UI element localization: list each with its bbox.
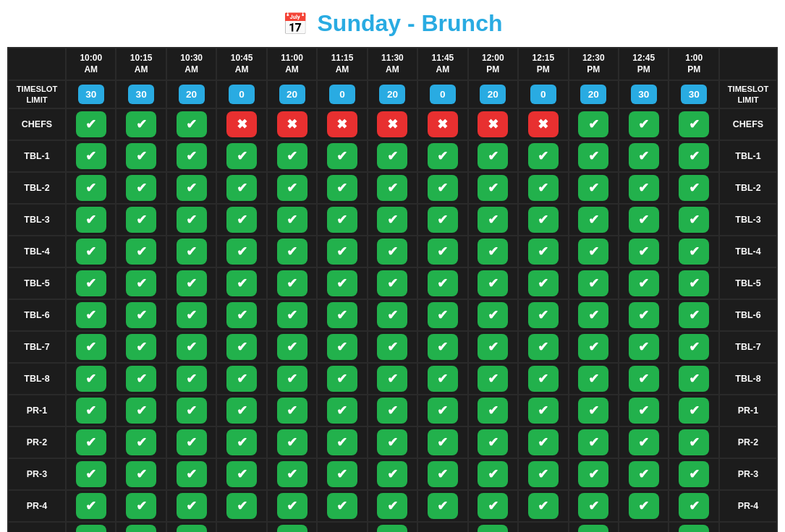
cell-8-12[interactable] (669, 363, 719, 395)
cell-btn-6-7[interactable] (428, 302, 458, 328)
cell-8-2[interactable] (166, 363, 216, 395)
cell-13-11[interactable] (619, 522, 669, 532)
cell-6-10[interactable] (569, 299, 619, 331)
cell-btn-1-9[interactable] (528, 143, 559, 169)
cell-btn-10-0[interactable] (76, 429, 106, 455)
cell-btn-1-1[interactable] (126, 143, 156, 169)
cell-3-12[interactable] (669, 204, 719, 236)
cell-4-0[interactable] (66, 236, 116, 267)
cell-btn-12-6[interactable] (377, 493, 407, 519)
cell-5-9[interactable] (518, 267, 568, 299)
cell-btn-4-1[interactable] (126, 239, 156, 265)
cell-10-3[interactable] (216, 426, 266, 458)
cell-btn-4-0[interactable] (76, 239, 106, 265)
cell-btn-13-0[interactable] (76, 525, 106, 532)
cell-0-5[interactable] (317, 108, 367, 140)
cell-btn-12-0[interactable] (76, 493, 106, 519)
cell-0-10[interactable] (569, 108, 619, 140)
cell-btn-8-6[interactable] (377, 366, 407, 392)
cell-9-0[interactable] (66, 395, 116, 426)
cell-0-6[interactable] (368, 108, 417, 140)
cell-btn-8-11[interactable] (629, 366, 659, 392)
cell-1-0[interactable] (66, 140, 116, 172)
cell-4-7[interactable] (417, 236, 467, 267)
cell-13-2[interactable] (166, 522, 216, 532)
cell-0-0[interactable] (66, 108, 116, 140)
cell-btn-3-2[interactable] (177, 207, 207, 233)
cell-btn-2-0[interactable] (76, 175, 106, 201)
cell-9-10[interactable] (569, 395, 619, 426)
cell-btn-10-11[interactable] (629, 429, 659, 455)
cell-11-4[interactable] (267, 458, 317, 490)
cell-13-1[interactable] (116, 522, 166, 532)
cell-btn-5-9[interactable] (528, 270, 559, 296)
cell-btn-3-8[interactable] (478, 207, 508, 233)
cell-7-1[interactable] (116, 331, 166, 363)
cell-11-2[interactable] (166, 458, 216, 490)
cell-btn-0-1[interactable] (126, 111, 156, 137)
cell-10-5[interactable] (317, 426, 367, 458)
cell-10-6[interactable] (368, 426, 417, 458)
cell-btn-11-4[interactable] (277, 461, 307, 487)
cell-btn-5-3[interactable] (226, 270, 257, 296)
cell-6-3[interactable] (216, 299, 266, 331)
cell-btn-3-11[interactable] (629, 207, 659, 233)
cell-8-8[interactable] (468, 363, 518, 395)
cell-btn-3-1[interactable] (126, 207, 156, 233)
cell-3-1[interactable] (116, 204, 166, 236)
cell-btn-8-9[interactable] (528, 366, 559, 392)
cell-11-9[interactable] (518, 458, 568, 490)
cell-btn-13-1[interactable] (126, 525, 156, 532)
cell-3-3[interactable] (216, 204, 266, 236)
cell-btn-6-3[interactable] (226, 302, 257, 328)
cell-btn-1-0[interactable] (76, 143, 106, 169)
timeslot-limit-5[interactable]: 0 (317, 80, 367, 108)
cell-btn-3-3[interactable] (226, 207, 257, 233)
cell-btn-1-11[interactable] (629, 143, 659, 169)
cell-btn-3-10[interactable] (578, 207, 608, 233)
cell-11-8[interactable] (468, 458, 518, 490)
cell-12-12[interactable] (669, 490, 719, 522)
cell-2-6[interactable] (368, 172, 417, 204)
cell-btn-9-9[interactable] (528, 398, 559, 424)
cell-5-3[interactable] (216, 267, 266, 299)
cell-btn-9-6[interactable] (377, 398, 407, 424)
cell-11-6[interactable] (368, 458, 417, 490)
cell-btn-5-4[interactable] (277, 270, 307, 296)
cell-11-11[interactable] (619, 458, 669, 490)
cell-btn-13-10[interactable] (578, 525, 608, 532)
cell-2-7[interactable] (417, 172, 467, 204)
cell-2-8[interactable] (468, 172, 518, 204)
cell-7-3[interactable] (216, 331, 266, 363)
cell-btn-7-7[interactable] (428, 334, 458, 360)
cell-12-5[interactable] (317, 490, 367, 522)
cell-1-3[interactable] (216, 140, 266, 172)
cell-btn-10-12[interactable] (679, 429, 709, 455)
cell-4-5[interactable] (317, 236, 367, 267)
cell-0-2[interactable] (166, 108, 216, 140)
cell-btn-5-1[interactable] (126, 270, 156, 296)
cell-btn-11-0[interactable] (76, 461, 106, 487)
cell-btn-7-12[interactable] (679, 334, 709, 360)
cell-10-4[interactable] (267, 426, 317, 458)
cell-btn-11-8[interactable] (478, 461, 508, 487)
cell-btn-10-9[interactable] (528, 429, 559, 455)
cell-13-12[interactable] (669, 522, 719, 532)
cell-1-1[interactable] (116, 140, 166, 172)
cell-7-4[interactable] (267, 331, 317, 363)
cell-13-4[interactable] (267, 522, 317, 532)
cell-btn-9-11[interactable] (629, 398, 659, 424)
cell-10-0[interactable] (66, 426, 116, 458)
cell-btn-12-3[interactable] (226, 493, 257, 519)
cell-8-10[interactable] (569, 363, 619, 395)
cell-7-2[interactable] (166, 331, 216, 363)
cell-11-12[interactable] (669, 458, 719, 490)
cell-btn-11-2[interactable] (177, 461, 207, 487)
cell-8-5[interactable] (317, 363, 367, 395)
cell-13-5[interactable] (317, 522, 367, 532)
cell-3-5[interactable] (317, 204, 367, 236)
cell-btn-6-0[interactable] (76, 302, 106, 328)
timeslot-limit-3[interactable]: 0 (216, 80, 266, 108)
cell-12-2[interactable] (166, 490, 216, 522)
cell-13-6[interactable] (368, 522, 417, 532)
